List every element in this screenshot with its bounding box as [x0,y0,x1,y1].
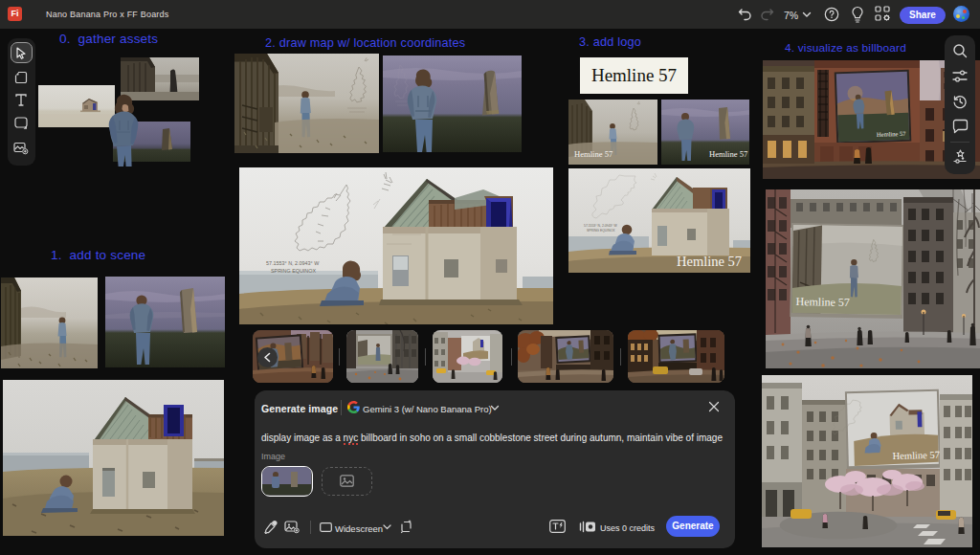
svg-text:Hemline 57: Hemline 57 [709,149,748,159]
svg-text:Hemline 57: Hemline 57 [892,450,940,461]
svg-text:Hemline 57: Hemline 57 [677,254,742,269]
svg-text:Hemline 57: Hemline 57 [877,130,906,138]
svg-text:SPRING EQUINOX: SPRING EQUINOX [271,268,316,274]
svg-text:SPRING EQUINOX: SPRING EQUINOX [587,229,615,233]
svg-text:57.1553° N, 2.0943° W: 57.1553° N, 2.0943° W [266,260,320,266]
svg-text:Hemline 57: Hemline 57 [574,149,613,159]
svg-text:Hemline 57: Hemline 57 [795,295,850,309]
svg-text:57.1553° N, 2.0943° W: 57.1553° N, 2.0943° W [584,224,618,228]
